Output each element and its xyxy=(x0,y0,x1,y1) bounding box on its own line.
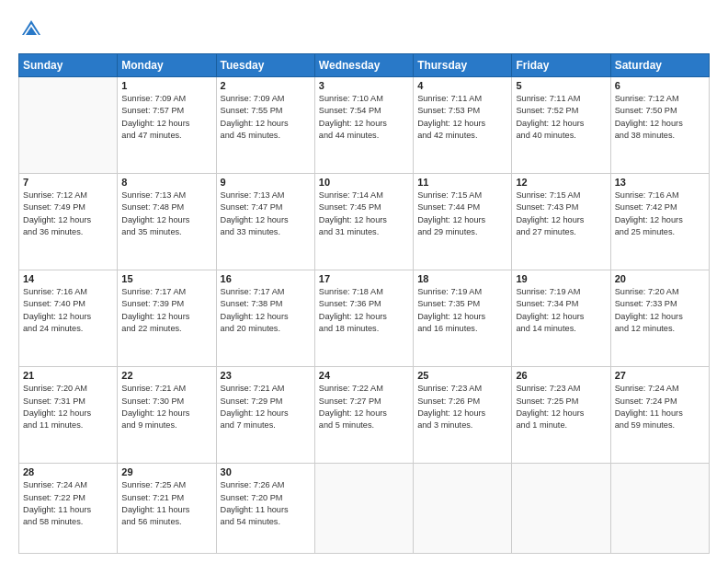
calendar-header-sunday: Sunday xyxy=(19,54,118,77)
day-number: 21 xyxy=(23,370,113,381)
calendar-cell: 9Sunrise: 7:13 AM Sunset: 7:47 PM Daylig… xyxy=(216,174,314,270)
calendar-cell: 30Sunrise: 7:26 AM Sunset: 7:20 PM Dayli… xyxy=(216,464,314,554)
calendar-cell: 5Sunrise: 7:11 AM Sunset: 7:52 PM Daylig… xyxy=(512,77,610,174)
day-number: 12 xyxy=(516,177,606,188)
calendar-cell: 19Sunrise: 7:19 AM Sunset: 7:34 PM Dayli… xyxy=(512,270,610,367)
header xyxy=(18,17,710,42)
calendar-header-thursday: Thursday xyxy=(414,54,512,77)
calendar-cell: 10Sunrise: 7:14 AM Sunset: 7:45 PM Dayli… xyxy=(314,174,413,270)
calendar-cell: 26Sunrise: 7:23 AM Sunset: 7:25 PM Dayli… xyxy=(512,367,610,464)
day-number: 1 xyxy=(121,80,211,91)
calendar-cell: 21Sunrise: 7:20 AM Sunset: 7:31 PM Dayli… xyxy=(19,367,118,464)
calendar-cell: 27Sunrise: 7:24 AM Sunset: 7:24 PM Dayli… xyxy=(610,367,709,464)
day-number: 13 xyxy=(615,177,705,188)
day-number: 17 xyxy=(319,273,409,284)
calendar-cell: 2Sunrise: 7:09 AM Sunset: 7:55 PM Daylig… xyxy=(216,77,314,174)
calendar-cell: 24Sunrise: 7:22 AM Sunset: 7:27 PM Dayli… xyxy=(314,367,413,464)
day-number: 26 xyxy=(516,370,606,381)
day-info: Sunrise: 7:21 AM Sunset: 7:29 PM Dayligh… xyxy=(221,383,311,431)
day-info: Sunrise: 7:19 AM Sunset: 7:35 PM Dayligh… xyxy=(417,286,507,335)
day-info: Sunrise: 7:24 AM Sunset: 7:22 PM Dayligh… xyxy=(23,479,113,528)
calendar-cell xyxy=(610,464,709,554)
day-number: 2 xyxy=(221,80,311,91)
calendar-cell xyxy=(19,77,118,174)
calendar-header-wednesday: Wednesday xyxy=(314,54,413,77)
day-info: Sunrise: 7:22 AM Sunset: 7:27 PM Dayligh… xyxy=(319,383,409,431)
day-info: Sunrise: 7:23 AM Sunset: 7:25 PM Dayligh… xyxy=(516,383,606,431)
calendar-header-monday: Monday xyxy=(118,54,216,77)
day-number: 29 xyxy=(121,466,211,477)
day-number: 10 xyxy=(319,177,409,188)
calendar-cell xyxy=(512,464,610,554)
day-number: 15 xyxy=(121,273,211,284)
day-info: Sunrise: 7:26 AM Sunset: 7:20 PM Dayligh… xyxy=(221,479,311,528)
day-number: 14 xyxy=(23,273,113,284)
day-number: 9 xyxy=(221,177,311,188)
calendar-cell: 3Sunrise: 7:10 AM Sunset: 7:54 PM Daylig… xyxy=(314,77,413,174)
calendar-cell: 8Sunrise: 7:13 AM Sunset: 7:48 PM Daylig… xyxy=(118,174,216,270)
calendar-cell: 25Sunrise: 7:23 AM Sunset: 7:26 PM Dayli… xyxy=(414,367,512,464)
day-info: Sunrise: 7:17 AM Sunset: 7:39 PM Dayligh… xyxy=(121,286,211,335)
day-number: 5 xyxy=(516,80,606,91)
day-number: 23 xyxy=(221,370,311,381)
day-number: 30 xyxy=(221,466,311,477)
day-info: Sunrise: 7:24 AM Sunset: 7:24 PM Dayligh… xyxy=(615,383,705,431)
day-number: 3 xyxy=(319,80,409,91)
calendar-cell: 23Sunrise: 7:21 AM Sunset: 7:29 PM Dayli… xyxy=(216,367,314,464)
calendar-cell: 28Sunrise: 7:24 AM Sunset: 7:22 PM Dayli… xyxy=(19,464,118,554)
day-info: Sunrise: 7:10 AM Sunset: 7:54 PM Dayligh… xyxy=(319,93,409,142)
calendar-cell: 20Sunrise: 7:20 AM Sunset: 7:33 PM Dayli… xyxy=(610,270,709,367)
day-info: Sunrise: 7:16 AM Sunset: 7:42 PM Dayligh… xyxy=(615,190,705,238)
calendar-cell: 22Sunrise: 7:21 AM Sunset: 7:30 PM Dayli… xyxy=(118,367,216,464)
logo xyxy=(18,17,48,42)
calendar-cell: 7Sunrise: 7:12 AM Sunset: 7:49 PM Daylig… xyxy=(19,174,118,270)
day-info: Sunrise: 7:18 AM Sunset: 7:36 PM Dayligh… xyxy=(319,286,409,335)
day-info: Sunrise: 7:25 AM Sunset: 7:21 PM Dayligh… xyxy=(121,479,211,528)
logo-icon xyxy=(18,17,44,42)
day-info: Sunrise: 7:23 AM Sunset: 7:26 PM Dayligh… xyxy=(417,383,507,431)
day-number: 28 xyxy=(23,466,113,477)
day-number: 25 xyxy=(417,370,507,381)
day-info: Sunrise: 7:20 AM Sunset: 7:33 PM Dayligh… xyxy=(615,286,705,335)
calendar-cell: 29Sunrise: 7:25 AM Sunset: 7:21 PM Dayli… xyxy=(118,464,216,554)
day-number: 4 xyxy=(417,80,507,91)
day-info: Sunrise: 7:11 AM Sunset: 7:53 PM Dayligh… xyxy=(417,93,507,142)
page: SundayMondayTuesdayWednesdayThursdayFrid… xyxy=(0,0,728,563)
calendar-cell: 1Sunrise: 7:09 AM Sunset: 7:57 PM Daylig… xyxy=(118,77,216,174)
calendar-cell: 4Sunrise: 7:11 AM Sunset: 7:53 PM Daylig… xyxy=(414,77,512,174)
day-info: Sunrise: 7:09 AM Sunset: 7:57 PM Dayligh… xyxy=(121,93,211,142)
calendar: SundayMondayTuesdayWednesdayThursdayFrid… xyxy=(18,53,710,554)
day-number: 8 xyxy=(121,177,211,188)
day-number: 24 xyxy=(319,370,409,381)
calendar-cell: 14Sunrise: 7:16 AM Sunset: 7:40 PM Dayli… xyxy=(19,270,118,367)
day-number: 27 xyxy=(615,370,705,381)
calendar-header-friday: Friday xyxy=(512,54,610,77)
day-info: Sunrise: 7:15 AM Sunset: 7:44 PM Dayligh… xyxy=(417,190,507,238)
day-info: Sunrise: 7:11 AM Sunset: 7:52 PM Dayligh… xyxy=(516,93,606,142)
day-number: 11 xyxy=(417,177,507,188)
calendar-cell: 18Sunrise: 7:19 AM Sunset: 7:35 PM Dayli… xyxy=(414,270,512,367)
day-info: Sunrise: 7:14 AM Sunset: 7:45 PM Dayligh… xyxy=(319,190,409,238)
day-number: 18 xyxy=(417,273,507,284)
calendar-cell: 6Sunrise: 7:12 AM Sunset: 7:50 PM Daylig… xyxy=(610,77,709,174)
day-number: 19 xyxy=(516,273,606,284)
day-info: Sunrise: 7:15 AM Sunset: 7:43 PM Dayligh… xyxy=(516,190,606,238)
day-info: Sunrise: 7:19 AM Sunset: 7:34 PM Dayligh… xyxy=(516,286,606,335)
calendar-header-tuesday: Tuesday xyxy=(216,54,314,77)
day-info: Sunrise: 7:17 AM Sunset: 7:38 PM Dayligh… xyxy=(221,286,311,335)
day-info: Sunrise: 7:09 AM Sunset: 7:55 PM Dayligh… xyxy=(221,93,311,142)
day-info: Sunrise: 7:21 AM Sunset: 7:30 PM Dayligh… xyxy=(121,383,211,431)
calendar-cell: 12Sunrise: 7:15 AM Sunset: 7:43 PM Dayli… xyxy=(512,174,610,270)
calendar-cell: 17Sunrise: 7:18 AM Sunset: 7:36 PM Dayli… xyxy=(314,270,413,367)
calendar-header-saturday: Saturday xyxy=(610,54,709,77)
day-number: 20 xyxy=(615,273,705,284)
calendar-cell: 11Sunrise: 7:15 AM Sunset: 7:44 PM Dayli… xyxy=(414,174,512,270)
day-number: 6 xyxy=(615,80,705,91)
day-info: Sunrise: 7:13 AM Sunset: 7:47 PM Dayligh… xyxy=(221,190,311,238)
calendar-cell xyxy=(314,464,413,554)
calendar-header-row: SundayMondayTuesdayWednesdayThursdayFrid… xyxy=(19,54,710,77)
day-info: Sunrise: 7:13 AM Sunset: 7:48 PM Dayligh… xyxy=(121,190,211,238)
calendar-cell: 16Sunrise: 7:17 AM Sunset: 7:38 PM Dayli… xyxy=(216,270,314,367)
day-number: 22 xyxy=(121,370,211,381)
calendar-cell xyxy=(414,464,512,554)
